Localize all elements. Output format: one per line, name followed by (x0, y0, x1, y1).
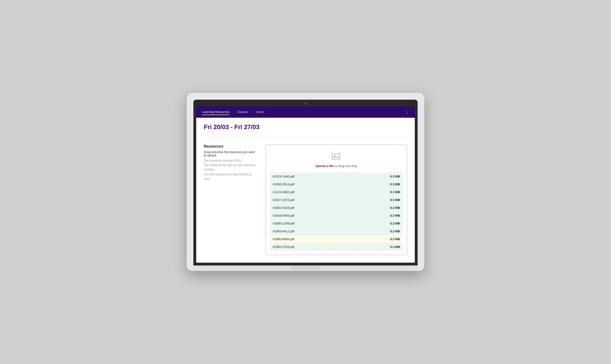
upload-rest-text: or drag and drop (334, 164, 357, 168)
navbar: Learning Resources Classes Users ⋮ (196, 106, 415, 118)
svg-point-1 (334, 155, 335, 156)
file-size: 0.3 MB (390, 182, 400, 186)
file-item: #1115-0982.pdf0.3 MB (270, 188, 403, 196)
section-divider (204, 136, 407, 137)
resources-info: Resources Drag-and-drop the resources yo… (204, 144, 256, 255)
file-size: 0.3 MB (390, 245, 400, 249)
upload-image-icon (332, 152, 341, 161)
svg-rect-0 (332, 154, 340, 159)
file-name: #1547-1972.pdf (273, 198, 294, 202)
upload-text: Upload a file or drag and drop (315, 164, 357, 168)
laptop-frame: Learning Resources Classes Users ⋮ Fri 2… (187, 93, 424, 271)
upload-icon-wrap (332, 152, 341, 162)
resources-hints: The resources must be PDFs. The maximum … (204, 158, 256, 181)
file-size: 0.3 MB (390, 198, 400, 202)
hint-2: The maximum file size for each resource … (204, 163, 256, 172)
file-name: #1680-1349.pdf (273, 222, 294, 225)
file-name: #1065-2514.pdf (273, 182, 294, 186)
file-item: #1680-1349.pdf0.3 MB (270, 220, 403, 227)
file-item: #1626-0465.pdf0.3 MB (270, 212, 403, 220)
file-item: #1023-1440.pdf0.3 MB (270, 172, 403, 180)
nav-classes[interactable]: Classes (237, 109, 248, 115)
date-range-header: Fri 20/03 - Fri 27/03 (204, 123, 407, 131)
hint-1: The resources must be PDFs. (204, 158, 256, 163)
upload-area[interactable]: Upload a file or drag and drop #1023-144… (266, 144, 407, 255)
file-name: #1626-0465.pdf (273, 214, 294, 217)
file-name: #1903-4411.pdf (273, 229, 294, 233)
file-item: #1903-4411.pdf0.3 MB (270, 227, 403, 235)
laptop-screen: Learning Resources Classes Users ⋮ Fri 2… (196, 106, 415, 263)
laptop-trackpad (291, 266, 320, 270)
file-size: 0.3 MB (390, 175, 400, 178)
file-item: #1547-1972.pdf0.3 MB (270, 196, 403, 204)
resources-layout: Resources Drag-and-drop the resources yo… (204, 142, 407, 257)
more-menu-icon[interactable]: ⋮ (405, 109, 409, 115)
nav-users[interactable]: Users (256, 109, 264, 115)
file-item: #1065-2514.pdf0.3 MB (270, 180, 403, 188)
laptop-camera (305, 103, 306, 104)
file-name: #1980-8094.pdf (273, 237, 294, 241)
resources-description: Drag-and-drop the resources you want to … (204, 150, 256, 157)
file-list: #1023-1440.pdf0.3 MB#1065-2514.pdf0.3 MB… (270, 172, 403, 251)
file-name: #1562-4164.pdf (273, 206, 294, 209)
page-content: Fri 20/03 - Fri 27/03 Resources Drag-and… (196, 118, 415, 263)
nav-learning-resources[interactable]: Learning Resources (202, 109, 230, 115)
navbar-links: Learning Resources Classes Users (202, 109, 405, 115)
upload-placeholder: Upload a file or drag and drop (270, 149, 403, 172)
screen-bezel: Learning Resources Classes Users ⋮ Fri 2… (193, 100, 418, 266)
file-item: #1982-2703.pdf0.3 MB (270, 243, 403, 251)
file-size: 0.3 MB (390, 237, 400, 241)
file-size: 0.3 MB (390, 229, 400, 233)
hint-3: You can't upload more than 100mb at once… (204, 172, 256, 181)
file-size: 0.3 MB (390, 206, 400, 209)
file-size: 0.3 MB (390, 190, 400, 194)
resources-title: Resources (204, 144, 256, 149)
file-name: #1023-1440.pdf (273, 175, 294, 178)
file-name: #1115-0982.pdf (273, 190, 294, 194)
file-size: 0.3 MB (390, 214, 400, 217)
laptop-base (193, 266, 418, 271)
file-item: #1980-8094.pdf0.3 MB (270, 235, 403, 243)
file-name: #1982-2703.pdf (273, 245, 294, 249)
file-size: 0.3 MB (390, 222, 400, 225)
upload-link[interactable]: Upload a file (315, 164, 334, 168)
file-item: #1562-4164.pdf0.3 MB (270, 204, 403, 212)
